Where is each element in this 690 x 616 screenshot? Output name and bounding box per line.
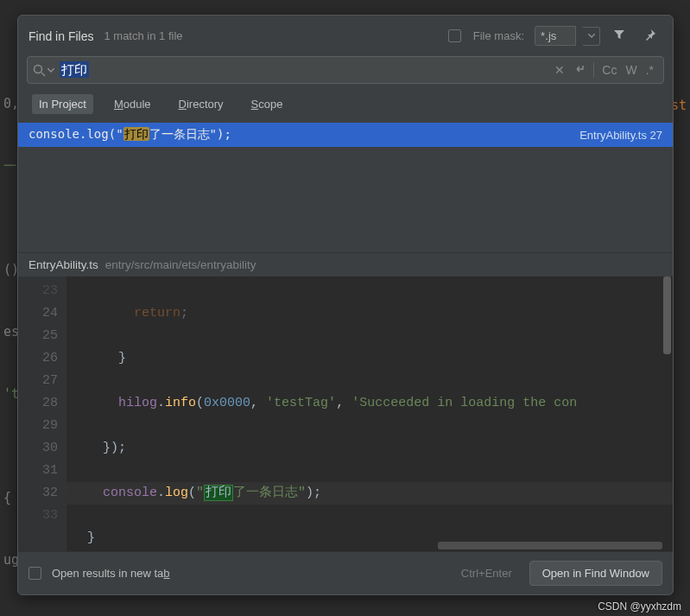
preview-file-name: EntryAbility.ts bbox=[28, 258, 98, 271]
scope-tabs: In Project Module Directory Scope bbox=[18, 89, 673, 123]
words-button[interactable]: W bbox=[621, 63, 641, 77]
editor-gutter: 23 24 25 26 27 28 29 30 31 32 33 bbox=[18, 276, 66, 551]
open-new-tab-label[interactable]: Open results in new tab bbox=[52, 567, 170, 580]
newline-icon[interactable] bbox=[569, 63, 590, 77]
vertical-scrollbar[interactable] bbox=[663, 276, 671, 354]
search-history-icon[interactable] bbox=[47, 68, 54, 73]
file-mask-checkbox[interactable] bbox=[448, 29, 461, 42]
search-bar: 打印 ✕ Cc W .* bbox=[27, 56, 664, 84]
tab-module[interactable]: Module bbox=[107, 94, 158, 114]
file-mask-input[interactable] bbox=[535, 26, 576, 46]
file-mask-dropdown[interactable] bbox=[583, 27, 600, 46]
find-in-files-dialog: Find in Files 1 match in 1 file File mas… bbox=[17, 15, 674, 595]
search-input[interactable]: 打印 bbox=[54, 59, 550, 82]
open-new-tab-checkbox[interactable] bbox=[28, 567, 41, 580]
dialog-header: Find in Files 1 match in 1 file File mas… bbox=[18, 16, 673, 56]
filter-icon[interactable] bbox=[607, 24, 631, 48]
dialog-footer: Open results in new tab Ctrl+Enter Open … bbox=[18, 551, 673, 594]
regex-button[interactable]: .* bbox=[642, 63, 658, 77]
file-mask-label: File mask: bbox=[473, 29, 524, 42]
result-location: EntryAbility.ts 27 bbox=[579, 129, 662, 142]
preview-file-path: entry/src/main/ets/entryability bbox=[105, 258, 256, 271]
search-icon bbox=[33, 64, 46, 77]
clear-icon[interactable]: ✕ bbox=[550, 63, 569, 77]
svg-line-1 bbox=[41, 73, 45, 76]
horizontal-scrollbar[interactable] bbox=[438, 542, 662, 549]
tab-directory[interactable]: Directory bbox=[172, 94, 231, 114]
result-text: console.log("打印了一条日志"); bbox=[28, 127, 231, 143]
match-case-button[interactable]: Cc bbox=[598, 63, 621, 77]
result-row[interactable]: console.log("打印了一条日志"); EntryAbility.ts … bbox=[18, 123, 673, 147]
preview-editor[interactable]: 23 24 25 26 27 28 29 30 31 32 33 return;… bbox=[18, 276, 673, 551]
open-in-find-window-button[interactable]: Open in Find Window bbox=[529, 561, 662, 586]
tab-scope[interactable]: Scope bbox=[244, 94, 290, 114]
watermark: CSDN @yyxhzdm bbox=[598, 600, 681, 613]
preview-path-bar: EntryAbility.ts entry/src/main/ets/entry… bbox=[18, 252, 673, 276]
dialog-title: Find in Files bbox=[28, 29, 93, 43]
svg-point-0 bbox=[35, 65, 42, 73]
results-list: console.log("打印了一条日志"); EntryAbility.ts … bbox=[18, 123, 673, 252]
match-count: 1 match in 1 file bbox=[104, 29, 182, 42]
shortcut-hint: Ctrl+Enter bbox=[461, 567, 512, 580]
tab-in-project[interactable]: In Project bbox=[32, 94, 93, 114]
editor-code: return; } hilog.info(0x0000, 'testTag', … bbox=[66, 276, 673, 551]
chevron-down-icon bbox=[588, 34, 595, 38]
pin-icon[interactable] bbox=[638, 24, 662, 48]
